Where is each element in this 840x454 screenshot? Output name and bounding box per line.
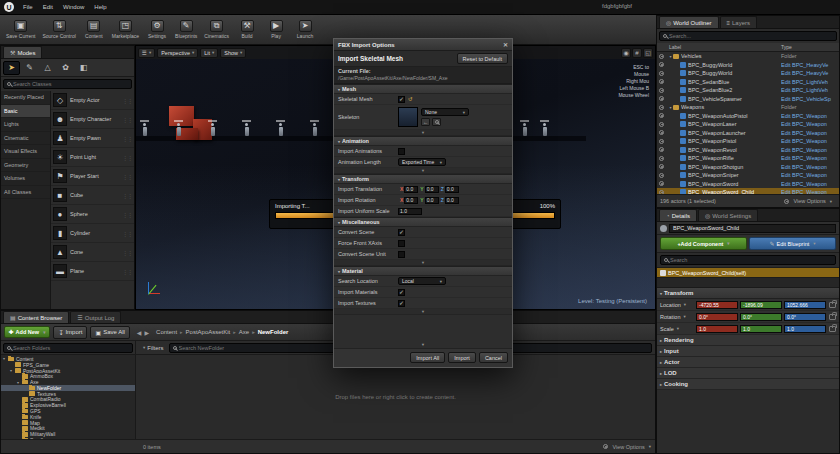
- menu-item[interactable]: Help: [94, 4, 106, 10]
- drag-grip-icon[interactable]: ⋮⋮: [122, 192, 132, 199]
- viewport-options-icon[interactable]: ☰▾: [138, 48, 155, 58]
- search-classes-input[interactable]: [13, 81, 128, 87]
- foliage-mode-icon[interactable]: ✿: [57, 61, 74, 75]
- toolbar-button[interactable]: ✎ Blueprints: [172, 19, 200, 40]
- reset-property-icon[interactable]: ↺: [408, 96, 413, 102]
- actor-label[interactable]: Vehicles: [681, 53, 781, 59]
- transform-section-header[interactable]: ▾Transform: [334, 174, 512, 184]
- outliner-row[interactable]: BPC_BuggyWorld Edit BPC_HeavyVe: [657, 69, 839, 78]
- drag-grip-icon[interactable]: ⋮⋮: [122, 249, 132, 256]
- rotation-y-field[interactable]: 0.0°: [740, 313, 782, 321]
- outliner-row[interactable]: Vehicles Folder: [657, 52, 839, 61]
- dialog-titlebar[interactable]: FBX Import Options ✕: [334, 39, 512, 51]
- close-icon[interactable]: ✕: [503, 41, 508, 48]
- actor-label[interactable]: BPC_SedanBlue2: [688, 87, 781, 93]
- translation-x-field[interactable]: 0.0: [404, 186, 418, 193]
- modes-category[interactable]: Lights: [1, 118, 50, 132]
- transform-section-header[interactable]: ▾ Transform: [657, 288, 839, 299]
- paint-mode-icon[interactable]: ✎: [21, 61, 38, 75]
- rotation-y-field[interactable]: 0.0: [425, 197, 439, 204]
- visibility-eye-icon[interactable]: [659, 173, 664, 178]
- use-selected-icon[interactable]: ←: [421, 118, 430, 126]
- tab-details[interactable]: ◔ Details: [659, 209, 697, 221]
- forward-arrow-icon[interactable]: ▶: [144, 329, 149, 336]
- outliner-row[interactable]: BPC_WeaponLaser Edit BPC_Weapon: [657, 120, 839, 129]
- actor-type-link[interactable]: Edit BPC_Weapon: [781, 130, 837, 136]
- placeable-item[interactable]: ▲ Cone ⋮⋮: [51, 243, 134, 262]
- outliner-row[interactable]: BPC_WeaponPistol Edit BPC_Weapon: [657, 137, 839, 146]
- scale-label[interactable]: Scale: [660, 326, 674, 332]
- visibility-eye-icon[interactable]: [659, 79, 664, 84]
- toolbar-button[interactable]: ⇅ Source Control: [39, 19, 78, 40]
- modes-category[interactable]: Cinematic: [1, 132, 50, 146]
- actor-type-link[interactable]: Folder: [781, 104, 837, 110]
- actor-label[interactable]: BPC_VehicleSpawner: [688, 96, 781, 102]
- actor-type-link[interactable]: Edit BPC_Weapon: [781, 155, 837, 161]
- details-section-header[interactable]: ▸ LOD: [657, 368, 839, 379]
- scale-y-field[interactable]: 1.0: [740, 325, 782, 333]
- outliner-row[interactable]: BPC_SedanBlue2 Edit BPC_LightVeh: [657, 86, 839, 95]
- content-view-options[interactable]: View Options ▾: [601, 444, 651, 450]
- rotation-x-field[interactable]: 0.0°: [696, 313, 738, 321]
- menu-item[interactable]: File: [23, 4, 33, 10]
- drag-grip-icon[interactable]: ⋮⋮: [122, 173, 132, 180]
- reset-to-default-button[interactable]: Reset to Default: [457, 53, 508, 64]
- location-y-field[interactable]: -1896.09: [740, 301, 782, 309]
- modes-category[interactable]: Geometry: [1, 159, 50, 173]
- visibility-eye-icon[interactable]: [659, 71, 664, 76]
- property-checkbox[interactable]: [398, 229, 405, 236]
- drag-grip-icon[interactable]: ⋮⋮: [122, 230, 132, 237]
- toolbar-button[interactable]: ➤ Launch: [291, 19, 319, 40]
- visibility-eye-icon[interactable]: [659, 88, 664, 93]
- details-section-header[interactable]: ▸ Cooking: [657, 379, 839, 390]
- actor-label[interactable]: BPC_WeaponShotgun: [688, 164, 781, 170]
- toolbar-button[interactable]: ◳ Marketplace: [109, 19, 142, 40]
- outliner-row[interactable]: BPC_WeaponSword Edit BPC_Weapon: [657, 180, 839, 189]
- import-animations-checkbox[interactable]: [398, 148, 405, 155]
- actor-type-link[interactable]: Edit BPC_LightVeh: [781, 87, 837, 93]
- tab-content-browser[interactable]: ▤ Content Browser: [3, 311, 69, 323]
- actor-type-link[interactable]: Edit BPC_Weapon: [781, 164, 837, 170]
- visibility-eye-icon[interactable]: [659, 164, 664, 169]
- property-checkbox[interactable]: [398, 240, 405, 247]
- visibility-eye-icon[interactable]: [659, 139, 664, 144]
- placeable-item[interactable]: ● Sphere ⋮⋮: [51, 205, 134, 224]
- maximize-viewport-icon[interactable]: ◱: [643, 48, 653, 58]
- material-section-header[interactable]: ▾Material: [334, 266, 512, 276]
- edit-blueprint-button[interactable]: ✎Edit Blueprint▾: [749, 237, 836, 250]
- outliner-search-input[interactable]: [669, 33, 833, 39]
- visibility-eye-icon[interactable]: [659, 156, 664, 161]
- drag-grip-icon[interactable]: ⋮⋮: [122, 135, 132, 142]
- drag-grip-icon[interactable]: ⋮⋮: [122, 268, 132, 275]
- lit-button[interactable]: Lit▾: [200, 48, 218, 58]
- property-checkbox[interactable]: [398, 251, 405, 258]
- toolbar-button[interactable]: ▶ Play: [262, 19, 290, 40]
- outliner-row[interactable]: BPC_BuggyWorld Edit BPC_HeavyVe: [657, 61, 839, 70]
- modes-category[interactable]: Visual Effects: [1, 145, 50, 159]
- skeleton-combo[interactable]: None▾: [421, 108, 469, 116]
- modes-category[interactable]: All Classes: [1, 186, 50, 200]
- actor-label[interactable]: BPC_WeaponPistol: [688, 138, 781, 144]
- visibility-eye-icon[interactable]: [659, 181, 664, 186]
- import-all-button[interactable]: Import All: [410, 352, 445, 363]
- outliner-row[interactable]: BPC_WeaponShotgun Edit BPC_Weapon: [657, 163, 839, 172]
- property-checkbox[interactable]: [398, 289, 405, 296]
- modes-category[interactable]: Volumes: [1, 172, 50, 186]
- tab-layers[interactable]: ≡ Layers: [720, 16, 758, 28]
- property-checkbox[interactable]: [398, 300, 405, 307]
- placeable-item[interactable]: ☻ Empty Character ⋮⋮: [51, 110, 134, 129]
- rotation-z-field[interactable]: 0.0: [445, 197, 459, 204]
- drag-grip-icon[interactable]: ⋮⋮: [122, 154, 132, 161]
- details-section-header[interactable]: ▸ Input: [657, 346, 839, 357]
- grid-snap-icon[interactable]: #: [632, 48, 642, 58]
- toolbar-button[interactable]: ⚙ Settings: [143, 19, 171, 40]
- actor-type-link[interactable]: Edit BPC_Weapon: [781, 172, 837, 178]
- import-button[interactable]: Import: [448, 352, 476, 363]
- search-folders-input[interactable]: [13, 345, 129, 351]
- actor-label[interactable]: BPC_WeaponLaser: [688, 121, 781, 127]
- actor-type-link[interactable]: Edit BPC_VehicleSp: [781, 96, 837, 102]
- toolbar-button[interactable]: ⧉ Cinematics: [201, 19, 232, 40]
- outliner-row[interactable]: BPC_WeaponRifle Edit BPC_Weapon: [657, 154, 839, 163]
- actor-type-link[interactable]: Edit BPC_Weapon: [781, 181, 837, 187]
- actor-type-link[interactable]: Folder: [781, 53, 837, 59]
